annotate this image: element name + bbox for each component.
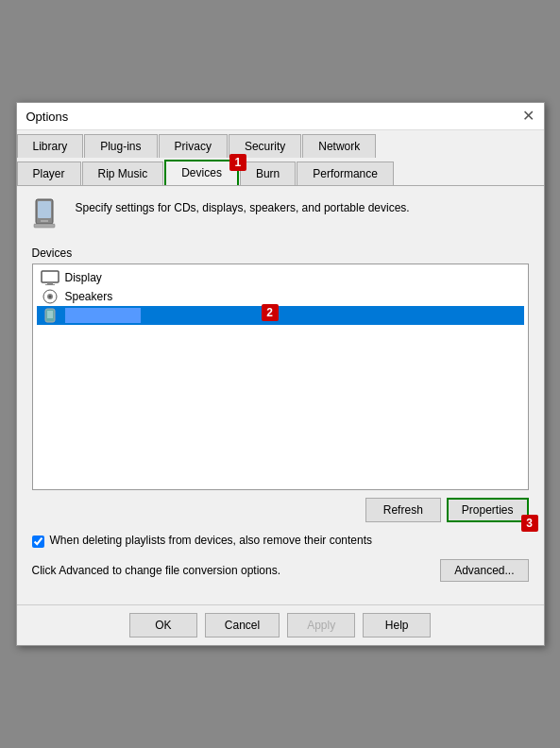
tabs-row-2: Player Rip Music Devices 1 Burn Performa… xyxy=(17,158,544,185)
device-item-speakers[interactable]: Speakers xyxy=(37,287,524,306)
tab-library[interactable]: Library xyxy=(17,134,84,158)
advanced-button[interactable]: Advanced... xyxy=(440,559,528,582)
cancel-button[interactable]: Cancel xyxy=(205,613,280,638)
speakers-icon xyxy=(41,289,59,304)
svg-rect-5 xyxy=(47,282,53,284)
tabs-row-1: Library Plug-ins Privacy Security Networ… xyxy=(17,130,544,158)
svg-rect-3 xyxy=(34,224,55,228)
tab-plugins[interactable]: Plug-ins xyxy=(84,134,157,158)
ok-button[interactable]: OK xyxy=(129,613,197,638)
device-label-display: Display xyxy=(65,271,102,284)
display-icon xyxy=(41,270,59,285)
tab-devices[interactable]: Devices 1 xyxy=(164,160,239,185)
checkbox-row: When deleting playlists from devices, al… xyxy=(32,534,529,548)
devices-label: Devices xyxy=(32,246,529,260)
svg-rect-1 xyxy=(38,201,51,218)
tabs-container: Library Plug-ins Privacy Security Networ… xyxy=(17,130,544,186)
annotation-2: 2 xyxy=(262,304,279,321)
annotation-3: 3 xyxy=(521,515,538,532)
svg-rect-6 xyxy=(45,284,55,285)
tab-network[interactable]: Network xyxy=(302,134,376,158)
device-item-portable[interactable]: 2 xyxy=(37,306,524,325)
svg-rect-2 xyxy=(41,220,48,222)
device-label-speakers: Speakers xyxy=(65,290,113,303)
action-buttons-row: Refresh Properties 3 xyxy=(32,498,529,522)
close-button[interactable]: ✕ xyxy=(522,109,535,124)
help-button[interactable]: Help xyxy=(363,613,431,638)
svg-rect-11 xyxy=(47,311,53,318)
svg-point-9 xyxy=(48,296,51,298)
tab-performance[interactable]: Performance xyxy=(297,162,394,185)
device-item-display[interactable]: Display xyxy=(37,268,524,287)
devices-listbox[interactable]: Display Speakers xyxy=(32,264,529,490)
footer: OK Cancel Apply Help xyxy=(17,604,544,645)
checkbox-label: When deleting playlists from devices, al… xyxy=(50,534,373,547)
tab-burn[interactable]: Burn xyxy=(240,162,296,185)
properties-button[interactable]: Properties xyxy=(447,498,529,522)
advanced-row: Click Advanced to change file conversion… xyxy=(32,559,529,582)
title-bar: Options ✕ xyxy=(17,103,544,130)
refresh-button[interactable]: Refresh xyxy=(365,498,441,522)
tab-rip-music[interactable]: Rip Music xyxy=(82,162,164,185)
portable-icon xyxy=(41,308,59,323)
header-area: Specify settings for CDs, displays, spea… xyxy=(32,197,529,235)
annotation-1: 1 xyxy=(229,154,246,171)
portable-highlight xyxy=(65,308,141,323)
advanced-description: Click Advanced to change file conversion… xyxy=(32,564,281,577)
window-title: Options xyxy=(26,110,69,124)
header-description: Specify settings for CDs, displays, spea… xyxy=(76,197,410,214)
content-area: Specify settings for CDs, displays, spea… xyxy=(17,186,544,604)
tab-privacy[interactable]: Privacy xyxy=(159,134,228,158)
options-window: Options ✕ Library Plug-ins Privacy Secur… xyxy=(16,102,545,646)
devices-section: Devices Display xyxy=(32,246,529,490)
svg-rect-4 xyxy=(42,271,59,282)
apply-button[interactable]: Apply xyxy=(287,613,355,638)
delete-checkbox[interactable] xyxy=(32,536,44,548)
device-header-icon xyxy=(32,197,66,235)
tab-player[interactable]: Player xyxy=(17,162,81,185)
